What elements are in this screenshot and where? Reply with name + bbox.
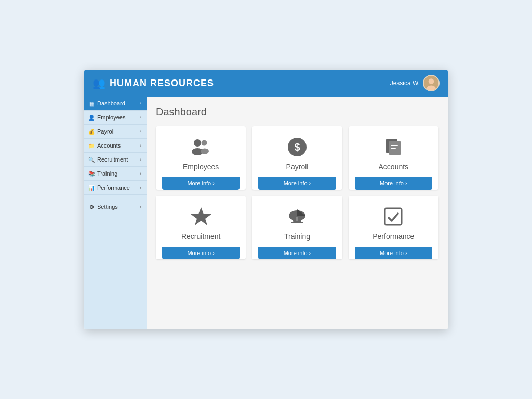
sidebar-label-performance: Performance	[97, 184, 130, 191]
employees-card-label: Employees	[183, 163, 219, 171]
recruitment-more-info-button[interactable]: More info ›	[162, 247, 240, 259]
user-info: Jessica W.	[390, 75, 440, 91]
svg-marker-13	[191, 207, 211, 225]
sidebar-item-accounts[interactable]: 📁 Accounts ›	[84, 139, 147, 153]
svg-point-1	[429, 78, 434, 84]
chevron-right-icon: ›	[140, 101, 141, 106]
performance-card-icon	[382, 205, 405, 228]
svg-point-5	[201, 140, 207, 146]
svg-rect-17	[291, 222, 303, 223]
app-title: HUMAN RESOURCES	[110, 78, 214, 89]
training-more-info-button[interactable]: More info ›	[258, 247, 336, 259]
svg-rect-12	[391, 148, 396, 149]
header-left: 👥 HUMAN RESOURCES	[92, 77, 214, 89]
recruitment-icon: 🔍	[88, 157, 95, 163]
accounts-more-info-button[interactable]: More info ›	[355, 177, 432, 190]
svg-rect-11	[391, 145, 398, 146]
sidebar-item-recruitment[interactable]: 🔍 Recruitment ›	[84, 153, 147, 167]
card-accounts: Accounts More info ›	[349, 126, 438, 190]
sidebar-label-accounts: Accounts	[97, 142, 121, 149]
sidebar-label-dashboard: Dashboard	[97, 100, 125, 107]
accounts-card-icon	[382, 136, 405, 158]
svg-rect-18	[296, 217, 298, 221]
training-icon: 📚	[88, 171, 95, 177]
card-training: Training More info ›	[252, 196, 342, 259]
hr-icon: 👥	[92, 77, 105, 89]
svg-rect-19	[385, 208, 402, 225]
svg-text:$: $	[294, 141, 300, 153]
card-recruitment: Recruitment More info ›	[156, 196, 246, 259]
performance-card-label: Performance	[373, 232, 414, 241]
employees-card-icon	[190, 136, 212, 158]
payroll-more-info-button[interactable]: More info ›	[258, 177, 336, 190]
payroll-icon: 💰	[88, 129, 95, 135]
sidebar-item-payroll[interactable]: 💰 Payroll ›	[84, 125, 147, 139]
dashboard-grid: Employees More info › $ Payroll More inf…	[156, 126, 438, 259]
chevron-right-icon: ›	[140, 204, 141, 209]
training-card-icon	[286, 205, 309, 228]
chevron-right-icon: ›	[140, 171, 141, 176]
user-name: Jessica W.	[390, 79, 420, 87]
sidebar-label-employees: Employees	[97, 114, 125, 121]
app-header: 👥 HUMAN RESOURCES Jessica W.	[84, 70, 448, 97]
training-card-label: Training	[284, 232, 310, 241]
svg-point-6	[201, 149, 209, 154]
sidebar-label-training: Training	[97, 170, 117, 177]
card-performance: Performance More info ›	[349, 196, 438, 259]
sidebar-item-dashboard[interactable]: ▦ Dashboard ›	[84, 97, 147, 111]
performance-more-info-button[interactable]: More info ›	[355, 247, 432, 259]
payroll-card-label: Payroll	[286, 163, 309, 171]
chevron-right-icon: ›	[140, 129, 141, 134]
chevron-right-icon: ›	[140, 143, 141, 148]
sidebar: ▦ Dashboard › 👤 Employees › 💰 Payroll ›	[84, 97, 147, 329]
accounts-icon: 📁	[88, 143, 95, 149]
employees-more-info-button[interactable]: More info ›	[162, 177, 240, 190]
payroll-card-icon: $	[286, 136, 309, 158]
chevron-right-icon: ›	[140, 115, 141, 120]
chevron-right-icon: ›	[140, 185, 141, 190]
sidebar-item-training[interactable]: 📚 Training ›	[84, 167, 147, 181]
sidebar-item-performance[interactable]: 📊 Performance ›	[84, 181, 147, 195]
sidebar-label-payroll: Payroll	[97, 128, 115, 135]
sidebar-item-employees[interactable]: 👤 Employees ›	[84, 111, 147, 125]
main-content: Dashboard Employees More info ›	[147, 97, 448, 329]
accounts-card-label: Accounts	[379, 163, 409, 171]
sidebar-item-settings[interactable]: ⚙ Settings ›	[84, 200, 147, 214]
settings-icon: ⚙	[88, 204, 95, 210]
card-employees: Employees More info ›	[156, 126, 246, 190]
app-body: ▦ Dashboard › 👤 Employees › 💰 Payroll ›	[84, 97, 448, 329]
page-title: Dashboard	[156, 106, 438, 118]
card-payroll: $ Payroll More info ›	[252, 126, 342, 190]
dashboard-icon: ▦	[88, 101, 95, 107]
chevron-right-icon: ›	[140, 157, 141, 162]
recruitment-card-label: Recruitment	[181, 232, 220, 241]
svg-point-3	[194, 139, 201, 147]
sidebar-label-recruitment: Recruitment	[97, 156, 128, 163]
employees-icon: 👤	[88, 115, 95, 121]
avatar	[423, 75, 440, 91]
app-window: 👥 HUMAN RESOURCES Jessica W. ▦ Dashboard	[84, 70, 448, 329]
sidebar-divider	[84, 195, 147, 200]
recruitment-card-icon	[190, 205, 212, 228]
sidebar-label-settings: Settings	[97, 204, 118, 210]
performance-icon: 📊	[88, 185, 95, 191]
svg-marker-15	[297, 209, 305, 216]
